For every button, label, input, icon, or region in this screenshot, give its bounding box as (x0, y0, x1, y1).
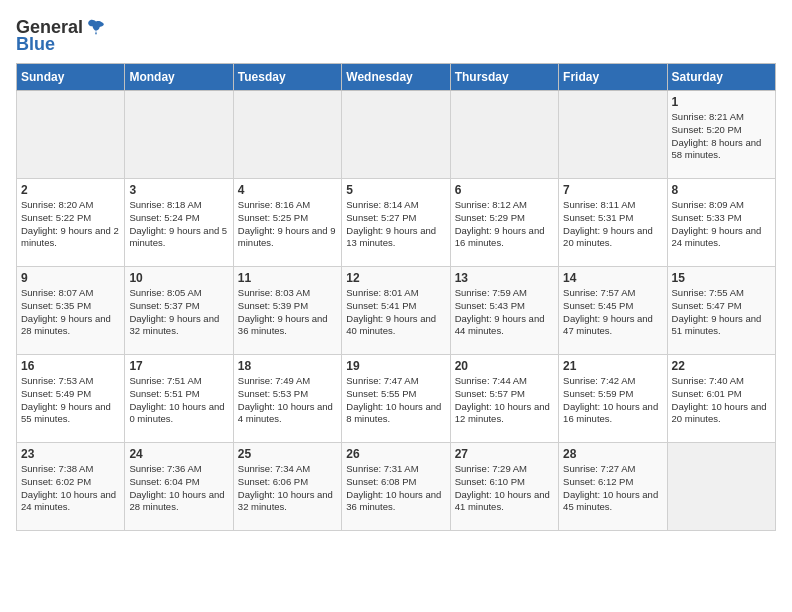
day-number: 19 (346, 359, 445, 373)
page-header: General Blue (16, 16, 776, 55)
day-number: 14 (563, 271, 662, 285)
weekday-header-friday: Friday (559, 64, 667, 91)
calendar-cell-w1d1: 3Sunrise: 8:18 AM Sunset: 5:24 PM Daylig… (125, 179, 233, 267)
day-info: Sunrise: 7:57 AM Sunset: 5:45 PM Dayligh… (563, 287, 662, 338)
day-info: Sunrise: 7:31 AM Sunset: 6:08 PM Dayligh… (346, 463, 445, 514)
day-info: Sunrise: 8:16 AM Sunset: 5:25 PM Dayligh… (238, 199, 337, 250)
day-info: Sunrise: 7:44 AM Sunset: 5:57 PM Dayligh… (455, 375, 554, 426)
weekday-header-saturday: Saturday (667, 64, 775, 91)
day-info: Sunrise: 8:20 AM Sunset: 5:22 PM Dayligh… (21, 199, 120, 250)
calendar-cell-w1d4: 6Sunrise: 8:12 AM Sunset: 5:29 PM Daylig… (450, 179, 558, 267)
day-number: 23 (21, 447, 120, 461)
calendar-table: SundayMondayTuesdayWednesdayThursdayFrid… (16, 63, 776, 531)
day-number: 22 (672, 359, 771, 373)
calendar-cell-w3d1: 17Sunrise: 7:51 AM Sunset: 5:51 PM Dayli… (125, 355, 233, 443)
day-info: Sunrise: 7:38 AM Sunset: 6:02 PM Dayligh… (21, 463, 120, 514)
day-number: 28 (563, 447, 662, 461)
day-number: 7 (563, 183, 662, 197)
logo-blue-text: Blue (16, 34, 55, 55)
day-number: 24 (129, 447, 228, 461)
calendar-cell-w4d4: 27Sunrise: 7:29 AM Sunset: 6:10 PM Dayli… (450, 443, 558, 531)
day-info: Sunrise: 7:40 AM Sunset: 6:01 PM Dayligh… (672, 375, 771, 426)
calendar-cell-w3d3: 19Sunrise: 7:47 AM Sunset: 5:55 PM Dayli… (342, 355, 450, 443)
day-info: Sunrise: 7:59 AM Sunset: 5:43 PM Dayligh… (455, 287, 554, 338)
calendar-cell-w4d5: 28Sunrise: 7:27 AM Sunset: 6:12 PM Dayli… (559, 443, 667, 531)
calendar-cell-w2d4: 13Sunrise: 7:59 AM Sunset: 5:43 PM Dayli… (450, 267, 558, 355)
day-info: Sunrise: 8:03 AM Sunset: 5:39 PM Dayligh… (238, 287, 337, 338)
calendar-cell-w4d0: 23Sunrise: 7:38 AM Sunset: 6:02 PM Dayli… (17, 443, 125, 531)
day-info: Sunrise: 7:53 AM Sunset: 5:49 PM Dayligh… (21, 375, 120, 426)
calendar-cell-w2d0: 9Sunrise: 8:07 AM Sunset: 5:35 PM Daylig… (17, 267, 125, 355)
day-info: Sunrise: 7:51 AM Sunset: 5:51 PM Dayligh… (129, 375, 228, 426)
day-number: 12 (346, 271, 445, 285)
day-info: Sunrise: 8:18 AM Sunset: 5:24 PM Dayligh… (129, 199, 228, 250)
calendar-cell-w3d5: 21Sunrise: 7:42 AM Sunset: 5:59 PM Dayli… (559, 355, 667, 443)
calendar-cell-w2d5: 14Sunrise: 7:57 AM Sunset: 5:45 PM Dayli… (559, 267, 667, 355)
weekday-header-thursday: Thursday (450, 64, 558, 91)
day-info: Sunrise: 7:29 AM Sunset: 6:10 PM Dayligh… (455, 463, 554, 514)
day-number: 26 (346, 447, 445, 461)
day-info: Sunrise: 7:42 AM Sunset: 5:59 PM Dayligh… (563, 375, 662, 426)
day-number: 6 (455, 183, 554, 197)
day-info: Sunrise: 7:55 AM Sunset: 5:47 PM Dayligh… (672, 287, 771, 338)
day-number: 20 (455, 359, 554, 373)
calendar-cell-w2d3: 12Sunrise: 8:01 AM Sunset: 5:41 PM Dayli… (342, 267, 450, 355)
logo: General Blue (16, 16, 107, 55)
calendar-cell-w3d4: 20Sunrise: 7:44 AM Sunset: 5:57 PM Dayli… (450, 355, 558, 443)
calendar-cell-w4d1: 24Sunrise: 7:36 AM Sunset: 6:04 PM Dayli… (125, 443, 233, 531)
calendar-cell-w3d6: 22Sunrise: 7:40 AM Sunset: 6:01 PM Dayli… (667, 355, 775, 443)
day-number: 21 (563, 359, 662, 373)
weekday-header-monday: Monday (125, 64, 233, 91)
day-number: 9 (21, 271, 120, 285)
calendar-cell-w3d0: 16Sunrise: 7:53 AM Sunset: 5:49 PM Dayli… (17, 355, 125, 443)
calendar-cell-w0d4 (450, 91, 558, 179)
day-number: 3 (129, 183, 228, 197)
weekday-header-sunday: Sunday (17, 64, 125, 91)
day-info: Sunrise: 8:11 AM Sunset: 5:31 PM Dayligh… (563, 199, 662, 250)
weekday-header-tuesday: Tuesday (233, 64, 341, 91)
calendar-cell-w2d6: 15Sunrise: 7:55 AM Sunset: 5:47 PM Dayli… (667, 267, 775, 355)
calendar-cell-w0d2 (233, 91, 341, 179)
day-info: Sunrise: 8:14 AM Sunset: 5:27 PM Dayligh… (346, 199, 445, 250)
calendar-cell-w1d2: 4Sunrise: 8:16 AM Sunset: 5:25 PM Daylig… (233, 179, 341, 267)
day-number: 16 (21, 359, 120, 373)
day-info: Sunrise: 8:09 AM Sunset: 5:33 PM Dayligh… (672, 199, 771, 250)
day-info: Sunrise: 8:21 AM Sunset: 5:20 PM Dayligh… (672, 111, 771, 162)
day-number: 8 (672, 183, 771, 197)
day-number: 18 (238, 359, 337, 373)
day-info: Sunrise: 7:49 AM Sunset: 5:53 PM Dayligh… (238, 375, 337, 426)
day-info: Sunrise: 8:07 AM Sunset: 5:35 PM Dayligh… (21, 287, 120, 338)
day-number: 27 (455, 447, 554, 461)
calendar-cell-w1d5: 7Sunrise: 8:11 AM Sunset: 5:31 PM Daylig… (559, 179, 667, 267)
weekday-header-wednesday: Wednesday (342, 64, 450, 91)
day-number: 4 (238, 183, 337, 197)
day-number: 15 (672, 271, 771, 285)
day-info: Sunrise: 7:47 AM Sunset: 5:55 PM Dayligh… (346, 375, 445, 426)
day-number: 5 (346, 183, 445, 197)
day-number: 2 (21, 183, 120, 197)
day-info: Sunrise: 8:12 AM Sunset: 5:29 PM Dayligh… (455, 199, 554, 250)
calendar-cell-w1d6: 8Sunrise: 8:09 AM Sunset: 5:33 PM Daylig… (667, 179, 775, 267)
calendar-cell-w0d3 (342, 91, 450, 179)
day-number: 1 (672, 95, 771, 109)
calendar-cell-w4d2: 25Sunrise: 7:34 AM Sunset: 6:06 PM Dayli… (233, 443, 341, 531)
calendar-cell-w0d5 (559, 91, 667, 179)
calendar-cell-w3d2: 18Sunrise: 7:49 AM Sunset: 5:53 PM Dayli… (233, 355, 341, 443)
calendar-cell-w4d3: 26Sunrise: 7:31 AM Sunset: 6:08 PM Dayli… (342, 443, 450, 531)
day-info: Sunrise: 7:27 AM Sunset: 6:12 PM Dayligh… (563, 463, 662, 514)
calendar-cell-w2d2: 11Sunrise: 8:03 AM Sunset: 5:39 PM Dayli… (233, 267, 341, 355)
day-number: 13 (455, 271, 554, 285)
day-info: Sunrise: 7:34 AM Sunset: 6:06 PM Dayligh… (238, 463, 337, 514)
day-info: Sunrise: 8:01 AM Sunset: 5:41 PM Dayligh… (346, 287, 445, 338)
day-number: 25 (238, 447, 337, 461)
day-number: 11 (238, 271, 337, 285)
calendar-cell-w0d6: 1Sunrise: 8:21 AM Sunset: 5:20 PM Daylig… (667, 91, 775, 179)
calendar-cell-w1d3: 5Sunrise: 8:14 AM Sunset: 5:27 PM Daylig… (342, 179, 450, 267)
calendar-cell-w0d1 (125, 91, 233, 179)
day-info: Sunrise: 7:36 AM Sunset: 6:04 PM Dayligh… (129, 463, 228, 514)
calendar-cell-w4d6 (667, 443, 775, 531)
calendar-cell-w1d0: 2Sunrise: 8:20 AM Sunset: 5:22 PM Daylig… (17, 179, 125, 267)
day-number: 17 (129, 359, 228, 373)
day-number: 10 (129, 271, 228, 285)
day-info: Sunrise: 8:05 AM Sunset: 5:37 PM Dayligh… (129, 287, 228, 338)
